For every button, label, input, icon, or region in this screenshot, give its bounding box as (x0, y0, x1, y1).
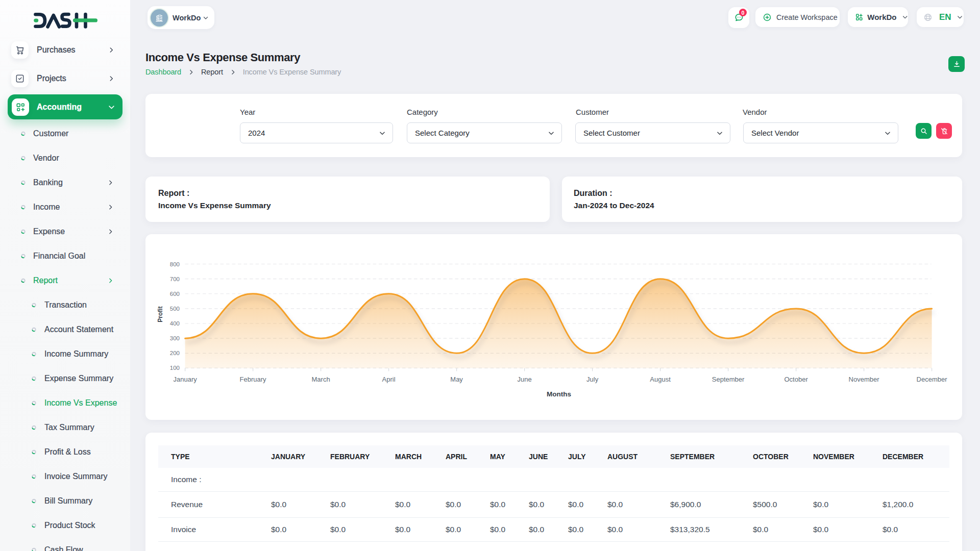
svg-text:June: June (517, 375, 531, 383)
svg-text:February: February (240, 375, 267, 383)
svg-text:December: December (917, 375, 948, 383)
svg-text:January: January (173, 375, 197, 383)
svg-text:November: November (849, 375, 880, 383)
svg-text:300: 300 (170, 335, 180, 341)
svg-text:400: 400 (170, 320, 180, 327)
svg-text:Months: Months (547, 390, 571, 398)
svg-text:May: May (450, 375, 463, 383)
svg-text:500: 500 (170, 306, 180, 312)
svg-text:August: August (650, 375, 671, 383)
svg-text:April: April (382, 375, 396, 383)
svg-text:100: 100 (170, 365, 180, 371)
svg-text:March: March (312, 375, 330, 383)
svg-text:Profit: Profit (157, 306, 164, 322)
svg-text:October: October (784, 375, 808, 383)
svg-text:200: 200 (170, 350, 180, 356)
svg-text:800: 800 (170, 261, 180, 267)
svg-text:September: September (712, 375, 745, 383)
svg-text:600: 600 (170, 291, 180, 297)
svg-text:July: July (586, 375, 599, 383)
svg-text:700: 700 (170, 276, 180, 282)
